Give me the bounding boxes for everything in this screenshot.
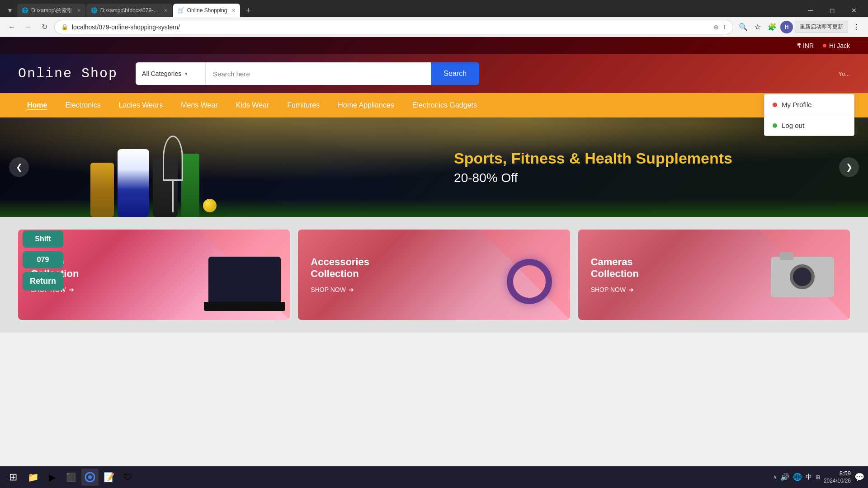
address-bar[interactable]: 🔒 localhost/079-online-shopping-system/ …	[54, 20, 733, 34]
badminton-racket	[163, 136, 183, 212]
taskbar-notes[interactable]: 📝	[100, 469, 118, 486]
tab-arrow[interactable]: ▼	[4, 4, 16, 17]
category-select[interactable]: All Categories ▾	[136, 62, 206, 85]
win-maximize[interactable]: ◻	[822, 4, 843, 17]
profile-label: My Profile	[782, 101, 812, 108]
cameras-collection-title: CamerasCollection	[591, 256, 639, 280]
site-logo[interactable]: Online Shop	[18, 66, 118, 81]
win-minimize[interactable]: ─	[800, 4, 821, 17]
cameras-shop-now[interactable]: SHOP NOW ➜	[591, 286, 639, 293]
bookmark-icon[interactable]: ☆	[751, 21, 764, 33]
url-text: localhost/079-online-shopping-system/	[72, 23, 180, 31]
headphones-image	[498, 248, 561, 315]
search-button[interactable]: Search	[431, 62, 479, 85]
user-indicator[interactable]: Hi Jack	[823, 42, 850, 49]
browser-menu-icon[interactable]: ⋮	[850, 21, 863, 33]
refresh-button[interactable]: ↻	[38, 21, 51, 33]
notification-icon[interactable]: 💬	[854, 472, 864, 482]
hero-banner: Sports, Fitness & Health Supplements 20-…	[0, 117, 868, 217]
browser-tab-3-active[interactable]: 🛒 Online Shopping ✕	[173, 4, 241, 17]
taskbar-chrome[interactable]	[81, 469, 99, 486]
restart-button[interactable]: 重新启动即可更新	[795, 21, 848, 33]
tab1-close[interactable]: ✕	[77, 8, 81, 14]
tray-ime-icon[interactable]: 中	[806, 473, 812, 481]
key-return[interactable]: Return	[23, 272, 63, 291]
collections-section: Shift 079 Return LaptopCollection SHOP N…	[0, 217, 868, 333]
dropdown-item-profile[interactable]: My Profile	[764, 94, 854, 115]
site-header: Online Shop All Categories ▾ Search Yo..…	[0, 54, 868, 93]
accessories-shop-now[interactable]: SHOP NOW ➜	[311, 286, 369, 293]
tray-layout-icon[interactable]: ⊞	[816, 474, 820, 480]
taskbar: ⊞ 📁 ▶ ⬛ 📝 🛡 ∧ 🔊 🌐 中 ⊞ 8:59 2024/10/26 💬	[0, 466, 868, 488]
nav-electronics-gadgets[interactable]: Electronics Gadgets	[403, 93, 486, 117]
tab1-title: D:\xampp\的索引	[31, 7, 72, 14]
nav-home-appliances[interactable]: Home Appliances	[329, 93, 403, 117]
browser-tab-1[interactable]: 🌐 D:\xampp\的索引 ✕	[17, 4, 85, 17]
tab3-favicon: 🛒	[178, 7, 184, 14]
tab3-title: Online Shopping	[187, 7, 227, 14]
tray-audio-icon[interactable]: 🔊	[780, 473, 789, 481]
key-079[interactable]: 079	[23, 251, 63, 268]
clock-date: 2024/10/26	[824, 478, 851, 485]
laptop-shop-arrow-icon: ➜	[69, 286, 74, 293]
collection-card-cameras[interactable]: CamerasCollection SHOP NOW ➜	[578, 230, 850, 320]
nav-electronics[interactable]: Electronics	[56, 93, 109, 117]
logout-label: Log out	[782, 122, 804, 129]
accessories-collection-title: AccessoriesCollection	[311, 256, 369, 280]
currency-code: INR	[803, 42, 814, 49]
tab2-close[interactable]: ✕	[164, 8, 168, 14]
category-label: All Categories	[142, 70, 181, 77]
currency-indicator: ₹ INR	[797, 42, 814, 49]
taskbar-clock[interactable]: 8:59 2024/10/26	[824, 470, 851, 484]
header-right-area: Yo...	[838, 70, 850, 77]
navigation-bar: Home Electronics Ladies Wears Mens Wear …	[0, 93, 868, 117]
key-shift[interactable]: Shift	[23, 230, 63, 248]
search-input[interactable]	[206, 62, 431, 85]
nav-mens-wear[interactable]: Mens Wear	[172, 93, 227, 117]
browser-tab-2[interactable]: 🌐 D:\xampp\htdocs\079-onlin... ✕	[86, 4, 172, 17]
back-button[interactable]: ←	[5, 21, 18, 33]
clock-time: 8:59	[824, 470, 851, 478]
category-chevron-icon: ▾	[185, 71, 188, 77]
tab3-close[interactable]: ✕	[231, 8, 236, 14]
rupee-icon: ₹	[797, 42, 801, 49]
taskbar-file-manager[interactable]: 📁	[24, 469, 42, 486]
browser-action-buttons: 🔍 ☆ 🧩 H 重新启动即可更新 ⋮	[737, 21, 863, 33]
wishlist-text: Yo...	[838, 70, 850, 77]
tray-arrow-icon[interactable]: ∧	[773, 474, 777, 480]
hero-products-visual	[90, 149, 217, 217]
hero-subtitle: 20-80% Off	[454, 171, 732, 185]
forward-button[interactable]: →	[22, 21, 34, 33]
lock-icon: 🔒	[61, 23, 68, 30]
taskbar-media[interactable]: ▶	[43, 469, 61, 486]
tab2-favicon: 🌐	[91, 7, 98, 14]
collection-card-accessories[interactable]: AccessoriesCollection SHOP NOW ➜	[298, 230, 570, 320]
cameras-collection-info: CamerasCollection SHOP NOW ➜	[578, 245, 651, 305]
dropdown-item-logout[interactable]: Log out	[764, 115, 854, 136]
nav-home[interactable]: Home	[18, 93, 56, 117]
extensions-icon[interactable]: 🧩	[766, 21, 778, 33]
search-form: All Categories ▾ Search	[136, 62, 479, 85]
zoom-icon[interactable]: 🔍	[737, 21, 750, 33]
new-tab-btn[interactable]: +	[242, 4, 255, 17]
cameras-shop-arrow-icon: ➜	[628, 286, 634, 293]
hero-next-button[interactable]: ❯	[839, 157, 859, 177]
nav-ladies-wears[interactable]: Ladies Wears	[110, 93, 172, 117]
user-greeting: Hi Jack	[829, 42, 850, 49]
reader-icon[interactable]: ⊕	[713, 23, 719, 31]
tray-network-icon[interactable]: 🌐	[793, 473, 802, 481]
translate-icon[interactable]: T	[722, 23, 726, 31]
nav-furnitures[interactable]: Furnitures	[278, 93, 329, 117]
profile-icon[interactable]: H	[780, 21, 793, 33]
hero-prev-button[interactable]: ❮	[9, 157, 29, 177]
win-close[interactable]: ✕	[844, 4, 864, 17]
start-button[interactable]: ⊞	[4, 468, 23, 487]
website: ₹ INR Hi Jack Online Shop All Categories…	[0, 37, 868, 333]
taskbar-antivirus[interactable]: 🛡	[119, 469, 137, 486]
taskbar-terminal[interactable]: ⬛	[62, 469, 80, 486]
nav-kids-wear[interactable]: Kids Wear	[227, 93, 278, 117]
browser-address-bar-row: ← → ↻ 🔒 localhost/079-online-shopping-sy…	[0, 17, 868, 37]
logout-dot-icon	[773, 123, 777, 128]
browser-tabs-bar: ▼ 🌐 D:\xampp\的索引 ✕ 🌐 D:\xampp\htdocs\079…	[0, 0, 868, 17]
taskbar-system-tray: ∧ 🔊 🌐 中 ⊞ 8:59 2024/10/26 💬	[773, 470, 864, 484]
